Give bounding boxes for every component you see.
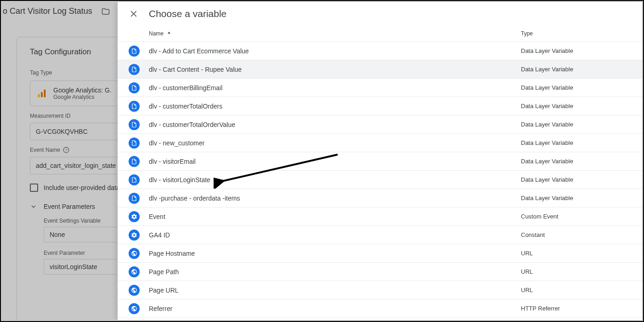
variable-name: dlv - Cart Content - Rupee Value [149, 66, 521, 73]
variable-type: URL [521, 250, 631, 257]
page-title: o Cart Visitor Log Status [1, 6, 92, 16]
include-upd-label: Include user-provided data [44, 184, 120, 191]
variable-row[interactable]: dlv - visitorEmailData Layer Variable [118, 152, 642, 171]
variable-row[interactable]: dlv - customerBillingEmailData Layer Var… [118, 79, 642, 97]
tag-type-sub: Google Analytics [53, 94, 112, 100]
variable-row[interactable]: dlv - visitorLoginStateData Layer Variab… [118, 171, 642, 189]
variable-row[interactable]: dlv - customerTotalOrdersData Layer Vari… [118, 97, 642, 115]
globe-icon [129, 303, 140, 314]
variable-row[interactable]: ReferrerHTTP Referrer [118, 299, 642, 318]
variable-name: Page Hostname [149, 250, 521, 257]
variable-name: dlv - customerBillingEmail [149, 84, 521, 92]
variable-row[interactable]: GA4 IDConstant [118, 226, 642, 244]
gear-icon [129, 211, 140, 222]
modal-title: Choose a variable [149, 8, 226, 19]
page-icon [129, 193, 140, 204]
column-type-header[interactable]: Type [521, 30, 631, 37]
variable-name: dlv - visitorEmail [149, 158, 521, 165]
page-icon [129, 82, 140, 93]
variable-type: Data Layer Variable [521, 121, 631, 128]
variable-name: dlv - customerTotalOrders [149, 103, 521, 110]
variable-row[interactable]: dlv - new_customerData Layer Variable [118, 134, 642, 152]
choose-variable-modal: Choose a variable Name Type dlv - Add to… [118, 2, 642, 320]
globe-icon [129, 266, 140, 277]
variable-type: Data Layer Variable [521, 103, 631, 109]
variable-type: Data Layer Variable [521, 176, 631, 183]
variable-table-header: Name Type [118, 24, 642, 42]
variable-rows: dlv - Add to Cart Ecommerce ValueData La… [118, 42, 642, 318]
variable-row[interactable]: EventCustom Event [118, 207, 642, 226]
svg-rect-0 [38, 94, 40, 97]
close-icon[interactable] [129, 9, 139, 19]
variable-row[interactable]: dlv - Cart Content - Rupee ValueData Lay… [118, 60, 642, 79]
variable-name: Page Path [149, 268, 521, 276]
variable-type: Data Layer Variable [521, 84, 631, 91]
variable-name: Page URL [149, 287, 521, 294]
chevron-down-icon [30, 203, 37, 210]
tag-type-name: Google Analytics: G. [53, 86, 112, 94]
variable-row[interactable]: dlv -purchase - orderdata -itemsData Lay… [118, 189, 642, 207]
svg-rect-2 [44, 90, 46, 98]
variable-type: Data Layer Variable [521, 66, 631, 73]
page-icon [129, 174, 140, 185]
variable-row[interactable]: dlv - customerTotalOrderValueData Layer … [118, 115, 642, 134]
event-name-label: Event Name [30, 147, 60, 153]
include-upd-checkbox[interactable] [30, 184, 38, 192]
page-icon [129, 46, 140, 57]
variable-type: Data Layer Variable [521, 47, 631, 54]
page-icon [129, 119, 140, 130]
globe-icon [129, 248, 140, 259]
variable-name: dlv -purchase - orderdata -items [149, 195, 521, 202]
page-icon [129, 64, 140, 75]
variable-type: Constant [521, 231, 631, 238]
variable-type: Data Layer Variable [521, 139, 631, 146]
variable-type: HTTP Referrer [521, 305, 631, 312]
page-icon [129, 101, 140, 112]
variable-type: URL [521, 268, 631, 275]
variable-name: GA4 ID [149, 231, 521, 239]
folder-icon [101, 7, 111, 16]
variable-row[interactable]: Page HostnameURL [118, 244, 642, 263]
variable-type: Custom Event [521, 213, 631, 220]
page-icon [129, 156, 140, 167]
google-analytics-icon [37, 88, 47, 98]
variable-name: dlv - customerTotalOrderValue [149, 121, 521, 128]
svg-rect-1 [41, 92, 43, 97]
globe-icon [129, 285, 140, 296]
variable-row[interactable]: Page URLURL [118, 281, 642, 299]
variable-name: dlv - visitorLoginState [149, 176, 521, 184]
column-name-header[interactable]: Name [149, 30, 521, 37]
variable-name: Referrer [149, 305, 521, 312]
variable-type: URL [521, 287, 631, 293]
page-icon [129, 138, 140, 149]
variable-row[interactable]: dlv - Add to Cart Ecommerce ValueData La… [118, 42, 642, 60]
variable-name: dlv - new_customer [149, 139, 521, 147]
svg-text:?: ? [65, 148, 67, 152]
gear-icon [129, 230, 140, 241]
variable-type: Data Layer Variable [521, 158, 631, 165]
help-icon[interactable]: ? [63, 147, 69, 153]
variable-row[interactable]: Page PathURL [118, 263, 642, 281]
event-parameters-title: Event Parameters [44, 203, 95, 210]
variable-type: Data Layer Variable [521, 195, 631, 201]
variable-name: Event [149, 213, 521, 220]
variable-name: dlv - Add to Cart Ecommerce Value [149, 47, 521, 55]
sort-asc-icon [166, 31, 172, 36]
